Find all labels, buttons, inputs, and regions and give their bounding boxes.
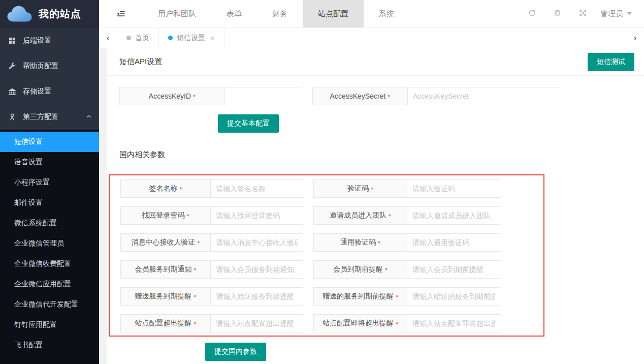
nav-tab[interactable]: 系统 [364, 0, 409, 27]
sidebar-subitem-label: 钉钉应用配置 [14, 320, 57, 329]
sidebar-subitem-label: 微信系统配置 [14, 219, 57, 228]
form-field: 邀请成员进入团队* [313, 206, 500, 225]
tab-status-dot [126, 36, 131, 40]
form-field: 站点配置即将超出提醒* [313, 314, 500, 332]
sidebar-fold-button[interactable] [99, 0, 143, 27]
field-label: 会员到期前提醒* [313, 260, 407, 279]
sms-settings-panel: 短信API设置 短信测试 AccessKeyID*AccessKeySecret… [107, 48, 644, 364]
page-tab[interactable]: 首页 [117, 28, 159, 48]
app-window: 我的站点 后端设置帮助页配置存储设置第三方配置 短信设置语音设置小程序设置邮件设… [0, 0, 644, 364]
field-input[interactable] [211, 260, 303, 279]
page-tab[interactable]: 短信设置× [159, 28, 224, 48]
chevron-down-icon [627, 12, 632, 15]
form-field: AccessKeySecret* [312, 87, 561, 105]
field-input[interactable] [407, 260, 500, 279]
field-label-text: AccessKeySecret [330, 92, 386, 100]
bank-icon [7, 86, 17, 97]
trash-button[interactable] [544, 9, 570, 19]
refresh-button[interactable] [519, 9, 544, 19]
nav-tab[interactable]: 用户和团队 [143, 0, 211, 27]
tabs-scroll-left-button[interactable]: ‹ [99, 28, 117, 48]
field-input[interactable] [407, 287, 500, 306]
field-input[interactable] [407, 179, 500, 198]
field-label: 签名名称* [120, 179, 211, 198]
api-section-title: 短信API设置 [119, 57, 162, 67]
submit-basic-config-button[interactable]: 提交基本配置 [218, 114, 279, 133]
chevron-up-icon [86, 113, 92, 121]
field-label-text: 签名名称 [149, 184, 177, 193]
sidebar-subitem[interactable]: 小程序设置 [0, 172, 99, 193]
field-input[interactable] [211, 314, 303, 332]
required-asterisk: * [194, 293, 196, 301]
nav-tab[interactable]: 站点配置 [303, 0, 364, 27]
form-row: 找回登录密码*邀请成员进入团队* [120, 206, 543, 225]
fullscreen-icon [578, 9, 587, 19]
topnav-tools: 管理员 [519, 0, 644, 27]
field-label-text: 会员服务到期通知 [135, 265, 191, 274]
logo-title: 我的站点 [39, 7, 81, 21]
sidebar-subitem[interactable]: 飞书配置 [0, 335, 99, 355]
sidebar-subitem[interactable]: 微信系统配置 [0, 213, 99, 233]
field-label: 通用验证码* [313, 233, 407, 252]
nav-tab[interactable]: 财务 [257, 0, 303, 27]
sidebar-subitem-label: 企业微信管理员 [14, 239, 64, 248]
field-input[interactable] [407, 233, 500, 252]
field-input[interactable] [407, 206, 500, 225]
form-row: 会员服务到期通知*会员到期前提醒* [120, 260, 543, 279]
fullscreen-button[interactable] [570, 9, 595, 19]
sms-test-button[interactable]: 短信测试 [588, 53, 634, 71]
page-tabs: 首页短信设置× [117, 28, 224, 48]
required-asterisk: * [193, 93, 196, 101]
sidebar-subitem[interactable]: 语音设置 [0, 152, 99, 172]
form-field: 会员到期前提醒* [313, 260, 500, 279]
close-icon[interactable]: × [210, 34, 215, 42]
domestic-submit-row: 提交国内参数 [107, 337, 644, 361]
form-row: 消息中心接收人验证*通用验证码* [120, 233, 543, 252]
field-label: 验证码* [313, 179, 407, 198]
sidebar-item[interactable]: 帮助页配置 [0, 53, 99, 79]
field-input[interactable] [211, 179, 303, 198]
sidebar-subitem[interactable]: 短信设置 [0, 132, 99, 152]
trash-icon [553, 9, 562, 19]
sidebar-subitem[interactable]: 邮件设置 [0, 193, 99, 213]
domestic-section-title: 国内相关参数 [119, 150, 165, 160]
required-asterisk: * [385, 266, 388, 274]
submit-domestic-params-button[interactable]: 提交国内参数 [205, 343, 266, 361]
form-field: 通用验证码* [313, 233, 500, 252]
sidebar-subitem[interactable]: 企业微信应用配置 [0, 274, 99, 294]
field-input[interactable] [211, 233, 303, 252]
api-submit-row: 提交基本配置 [119, 105, 644, 142]
field-input[interactable] [211, 287, 303, 306]
nav-tab[interactable]: 表单 [211, 0, 257, 27]
sidebar-subitem[interactable]: 企业微信收费配置 [0, 254, 99, 274]
sidebar-item[interactable]: 后端设置 [0, 28, 99, 53]
required-asterisk: * [186, 213, 189, 220]
sidebar-subitem[interactable]: 企业微信代开发配置 [0, 294, 99, 315]
required-asterisk: * [194, 320, 196, 328]
api-section-header: 短信API设置 短信测试 [107, 48, 644, 76]
sidebar-item[interactable]: 存储设置 [0, 79, 99, 104]
sidebar-item-label: 存储设置 [23, 87, 92, 96]
sidebar: 我的站点 后端设置帮助页配置存储设置第三方配置 短信设置语音设置小程序设置邮件设… [0, 0, 99, 364]
field-input[interactable] [225, 87, 302, 105]
sidebar-subitem[interactable]: 企业微信管理员 [0, 233, 99, 254]
sidebar-item[interactable]: 第三方配置 [0, 104, 99, 130]
user-menu[interactable]: 管理员 [595, 9, 637, 19]
tabs-scroll-right-button[interactable]: › [626, 28, 644, 48]
form-field: 签名名称* [120, 179, 303, 198]
field-label-text: 站点配置即将超出提醒 [323, 319, 394, 328]
field-input[interactable] [407, 314, 500, 332]
field-label-text: 赠送服务到期提醒 [135, 292, 191, 301]
field-input[interactable] [211, 206, 303, 225]
content-area: 短信API设置 短信测试 AccessKeyID*AccessKeySecret… [99, 48, 644, 364]
domestic-params-highlight-box: 签名名称*验证码*找回登录密码*邀请成员进入团队*消息中心接收人验证*通用验证码… [109, 174, 544, 337]
top-navbar: 用户和团队表单财务站点配置系统 管理员 [99, 0, 644, 28]
logo[interactable]: 我的站点 [0, 0, 99, 28]
form-field: 赠送服务到期提醒* [120, 287, 303, 306]
field-input[interactable] [408, 87, 561, 105]
sidebar-subitem-label: 企业微信收费配置 [14, 259, 71, 268]
field-label: 站点配置超出提醒* [120, 314, 211, 332]
api-field-row: AccessKeyID*AccessKeySecret* [119, 87, 644, 105]
form-field: 验证码* [313, 179, 500, 198]
sidebar-subitem[interactable]: 钉钉应用配置 [0, 315, 99, 335]
